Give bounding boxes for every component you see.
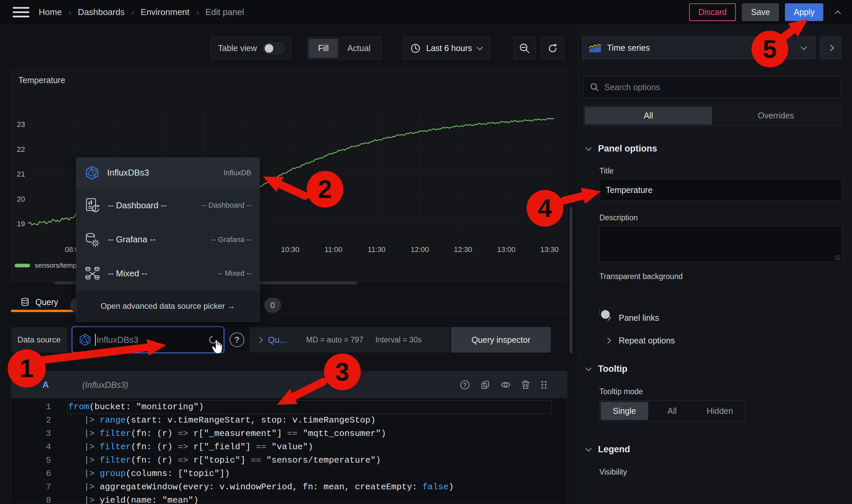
query-row-header[interactable]: A (InfluxDBs3) ? [11,372,567,398]
chevron-down-icon [801,44,806,50]
panel-links-section[interactable]: Panel links [606,313,659,323]
legend-section[interactable]: Legend [586,444,630,455]
divider [578,355,852,355]
query-ref-label: A [42,380,49,390]
datasource-option-grafana[interactable]: -- Grafana ---- Grafana -- [76,223,259,256]
breadcrumb-item-home[interactable]: Home [39,7,62,17]
datasource-option-name: -- Dashboard -- [108,200,166,211]
panel-options-section[interactable]: Panel options [586,144,657,154]
code-line-7[interactable]: 7 |> aggregateWindow(every: v.windowPeri… [11,480,567,494]
time-series-viz-icon [588,43,602,53]
transparent-bg-label: Transparent background [599,272,683,281]
tooltip-mode-label: Tooltip mode [599,387,643,396]
breadcrumb-item-environment[interactable]: Environment [141,7,189,17]
tooltip-mode-hidden[interactable]: Hidden [696,402,744,420]
chevron-down-icon [585,365,591,371]
svg-text:13:00: 13:00 [497,245,515,254]
datasource-option-influxdbs3[interactable]: InfluxDBs3InfluxDB [76,158,259,188]
collapse-options-pane-button[interactable] [820,37,841,59]
delete-icon[interactable] [521,380,530,390]
help-icon[interactable]: ? [459,379,470,390]
max-data-points-text: MD = auto = 797 [306,336,363,344]
svg-text:13:30: 13:30 [540,245,559,254]
line-number: 6 [11,469,63,479]
collapse-query-icon[interactable] [21,381,27,387]
breadcrumb-item-dashboards[interactable]: Dashboards [78,7,125,17]
datasource-option-name: InfluxDBs3 [107,167,149,178]
vertical-scrollbar[interactable] [570,207,572,353]
repeat-options-section[interactable]: Repeat options [606,336,675,345]
svg-text:22: 22 [17,145,25,154]
code-line-3[interactable]: 3 |> filter(fn: (r) => r["_measurement"]… [11,427,567,440]
datasource-option-name: -- Mixed -- [108,268,147,279]
hide-response-icon[interactable] [500,380,511,390]
zoom-out-button[interactable] [513,37,536,59]
visualization-picker[interactable]: Time series [582,37,816,59]
time-range-picker[interactable]: Last 6 hours [402,37,490,59]
datasource-label: Data source [11,327,67,353]
tooltip-mode-all[interactable]: All [648,402,696,420]
viz-type-label: Time series [607,43,650,53]
datasource-option-mixed[interactable]: -- Mixed ---- Mixed -- [76,256,259,291]
refresh-button[interactable] [541,37,565,59]
chevron-right-icon [605,338,611,343]
drag-handle-icon[interactable] [540,380,548,390]
actual-option[interactable]: Actual [338,39,380,58]
options-search-input[interactable] [604,82,805,92]
visibility-label: Visibility [599,468,627,476]
apply-button[interactable]: Apply [785,3,823,21]
tooltip-mode-switch: SingleAllHidden [599,400,745,421]
open-advanced-picker-link[interactable]: Open advanced data source picker → [76,291,259,321]
save-button[interactable]: Save [742,3,779,21]
transparent-bg-toggle[interactable] [599,309,600,315]
svg-text:12:00: 12:00 [411,245,429,254]
line-number: 8 [11,495,63,504]
datasource-option-dashboard[interactable]: -- Dashboard ---- Dashboard -- [76,188,259,223]
panel-links-label: Panel links [619,313,659,323]
fill-option[interactable]: Fill [309,39,338,58]
breadcrumb-separator: › [68,8,71,17]
code-line-1[interactable]: 1from(bucket: "monitoring") [11,400,567,414]
divider [578,133,852,134]
datasource-picker-value: InfluxDBs3 [96,335,139,345]
query-inspector-button[interactable]: Query inspector [451,327,551,353]
tab-overrides[interactable]: Overrides [712,107,840,125]
discard-button[interactable]: Discard [689,3,736,21]
tooltip-mode-single[interactable]: Single [601,402,648,420]
active-tab-indicator [11,310,74,312]
collapse-topbar-icon[interactable] [835,11,841,17]
divider [599,308,841,308]
duplicate-icon[interactable] [480,380,490,390]
code-line-8[interactable]: 8 |> yield(name: "mean") [11,494,567,504]
menu-icon[interactable] [13,7,29,17]
tooltip-section[interactable]: Tooltip [586,364,628,374]
svg-text:23: 23 [17,120,25,128]
options-search[interactable] [583,76,841,98]
panel-description-textarea[interactable] [599,226,842,262]
textarea-resize-handle[interactable] [835,255,840,260]
mixed-icon [85,265,101,281]
fill-actual-switch: Fill Actual [307,37,381,59]
loading-spinner-icon [208,335,218,344]
query-options-expander[interactable]: Qu... [268,335,287,345]
datasource-picker-input[interactable]: InfluxDBs3 [72,326,224,353]
breadcrumb-separator: › [196,8,199,17]
code-line-6[interactable]: 6 |> group(columns: ["topic"]) [11,467,567,480]
code-line-5[interactable]: 5 |> filter(fn: (r) => r["topic"] == "se… [11,454,567,467]
svg-text:12:30: 12:30 [454,245,472,254]
code-line-2[interactable]: 2 |> range(start: v.timeRangeStart, stop… [11,414,567,427]
chevron-down-icon [585,145,591,150]
flux-query-editor[interactable]: 1from(bucket: "monitoring")2 |> range(st… [11,400,567,504]
svg-text:?: ? [463,382,467,388]
datasource-help-button[interactable]: ? [230,332,244,347]
table-view-label: Table view [218,43,257,53]
chevron-right-icon [605,315,611,321]
code-line-4[interactable]: 4 |> filter(fn: (r) => r["_field"] == "v… [11,440,567,454]
tab-query[interactable]: Query [20,297,58,307]
panel-title-input[interactable] [599,179,842,201]
tab-all[interactable]: All [585,107,712,125]
zoom-out-icon [519,42,531,54]
table-view-toggle[interactable] [263,43,284,54]
title-field-label: Title [599,166,614,176]
repeat-options-label: Repeat options [619,336,675,345]
